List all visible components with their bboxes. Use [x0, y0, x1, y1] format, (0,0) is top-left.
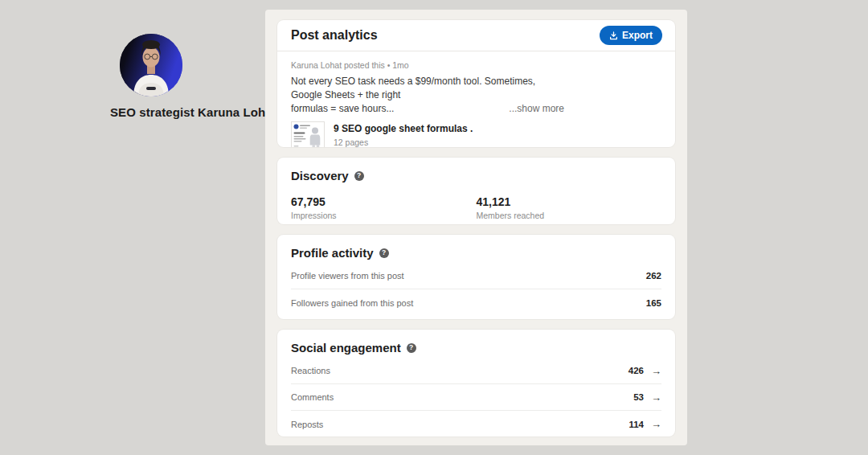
export-button-label: Export	[622, 30, 653, 41]
avatar-illustration	[120, 34, 182, 96]
members-reached-label: Members reached	[477, 211, 662, 220]
row-label: Comments	[291, 392, 334, 402]
row-value: 165	[646, 298, 661, 308]
document-info: 9 SEO google sheet formulas . 12 pages	[334, 121, 473, 147]
row-followers-gained: Followers gained from this post 165	[291, 289, 661, 316]
stat-impressions: 67,795 Impressions	[291, 195, 477, 220]
discovery-stats: 67,795 Impressions 41,121 Members reache…	[291, 195, 661, 220]
show-more-link[interactable]: ...show more	[509, 102, 564, 116]
profile-activity-title: Profile activity	[291, 246, 374, 260]
arrow-right-icon[interactable]: →	[651, 366, 661, 376]
post-body-text: Not every SEO task needs a $99/month too…	[291, 75, 564, 116]
document-title: 9 SEO google sheet formulas .	[334, 123, 473, 134]
members-reached-value: 41,121	[477, 195, 662, 208]
document-attachment[interactable]: 9 SEO google sheet formulas . 12 pages	[291, 121, 661, 147]
post-analytics-header: Post analytics Export	[277, 20, 675, 51]
help-icon[interactable]: ?	[354, 171, 364, 181]
document-page-count: 12 pages	[334, 137, 473, 147]
discovery-card: Discovery ? 67,795 Impressions 41,121 Me…	[277, 158, 675, 224]
row-comments[interactable]: Comments 53 →	[291, 384, 661, 411]
post-body-line1: Not every SEO task needs a $99/month too…	[291, 75, 564, 102]
discovery-title: Discovery	[291, 169, 349, 182]
post-analytics-card: Post analytics Export Karuna Lohat poste…	[277, 20, 675, 147]
row-value: 426	[628, 366, 644, 375]
post-body-line2: formulas = save hours...	[291, 102, 394, 116]
download-icon	[609, 31, 618, 40]
social-engagement-card: Social engagement ? Reactions 426 → Comm…	[277, 330, 675, 437]
post-preview[interactable]: Karuna Lohat posted this • 1mo Not every…	[277, 51, 675, 147]
help-icon[interactable]: ?	[379, 248, 389, 258]
export-button[interactable]: Export	[600, 26, 662, 45]
impressions-value: 67,795	[291, 195, 477, 208]
arrow-right-icon[interactable]: →	[651, 419, 661, 429]
document-thumbnail	[291, 121, 325, 147]
post-analytics-panel: Post analytics Export Karuna Lohat poste…	[265, 10, 687, 445]
row-reposts[interactable]: Reposts 114 →	[291, 411, 661, 437]
arrow-right-icon[interactable]: →	[651, 392, 661, 403]
row-label: Reactions	[291, 366, 330, 375]
row-label: Profile viewers from this post	[291, 271, 404, 281]
social-engagement-title: Social engagement	[291, 341, 401, 355]
page-title: Post analytics	[291, 28, 378, 43]
profile-activity-card: Profile activity ? Profile viewers from …	[277, 235, 675, 319]
row-value: 114	[628, 420, 644, 429]
row-profile-viewers: Profile viewers from this post 262	[291, 263, 661, 289]
stat-members-reached: 41,121 Members reached	[477, 195, 662, 220]
post-meta: Karuna Lohat posted this • 1mo	[291, 60, 661, 70]
row-label: Followers gained from this post	[291, 298, 413, 308]
help-icon[interactable]: ?	[407, 343, 416, 353]
profile-name: SEO strategist Karuna Lohat	[110, 105, 276, 119]
avatar[interactable]	[120, 34, 182, 96]
row-value: 53	[633, 392, 644, 402]
row-reactions[interactable]: Reactions 426 →	[291, 358, 661, 384]
impressions-label: Impressions	[291, 211, 477, 220]
row-label: Reposts	[291, 420, 323, 429]
row-value: 262	[646, 271, 661, 281]
